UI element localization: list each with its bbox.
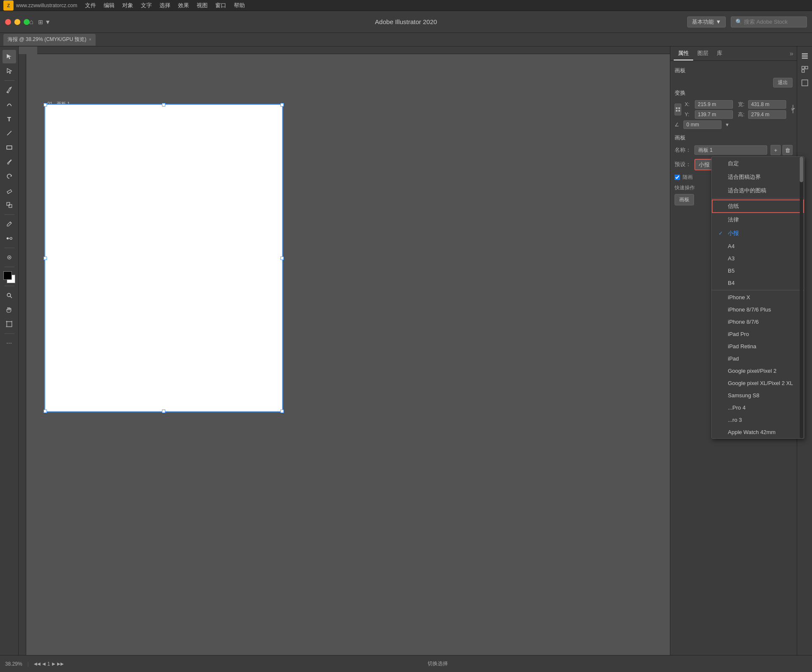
follow-artwork-checkbox[interactable] (675, 175, 680, 180)
direct-selection-tool[interactable] (3, 64, 16, 78)
angle-input[interactable] (683, 120, 721, 129)
artboard-handle-tl[interactable] (44, 103, 47, 107)
menu-effect[interactable]: 效果 (175, 1, 192, 10)
rectangle-tool[interactable] (3, 141, 16, 154)
workspace-selector[interactable]: 基本功能 ▼ (687, 16, 726, 27)
artboard-handle-top[interactable] (162, 103, 165, 107)
exit-button[interactable]: 退出 (773, 78, 793, 87)
prev-artboard-button[interactable]: ◀◀ (34, 661, 41, 666)
dropdown-item-custom[interactable]: 自定 (712, 157, 804, 170)
hand-tool[interactable] (3, 303, 16, 317)
adobe-stock-search[interactable]: 🔍 搜索 Adobe Stock (731, 16, 807, 27)
menu-view[interactable]: 视图 (193, 1, 211, 10)
curvature-tool[interactable] (3, 98, 16, 111)
symbol-sprayer-tool[interactable] (3, 251, 16, 264)
dropdown-item-surface-pro3[interactable]: ...ro 3 (712, 414, 804, 426)
selection-tool[interactable] (3, 50, 16, 63)
artboard-handle-br[interactable] (280, 410, 284, 413)
panel-toggle-3[interactable] (799, 77, 811, 89)
dropdown-item-ipad-retina[interactable]: iPad Retina (712, 340, 804, 352)
dropdown-item-b5[interactable]: B5 (712, 265, 804, 277)
svg-point-7 (10, 238, 12, 240)
delete-artboard-button[interactable]: 🗑 (782, 145, 793, 155)
tab-library[interactable]: 库 (713, 47, 727, 60)
panel-toggle-2[interactable] (799, 63, 811, 75)
menu-object[interactable]: 对象 (119, 1, 137, 10)
menu-edit[interactable]: 编辑 (100, 1, 118, 10)
dropdown-item-ipad[interactable]: iPad (712, 352, 804, 365)
toolbar-separator-3 (4, 248, 14, 248)
foreground-color[interactable] (3, 271, 12, 280)
rotate-tool[interactable] (3, 169, 16, 183)
artboard-handle-bottom[interactable] (162, 410, 165, 413)
color-picker[interactable] (3, 271, 15, 283)
tab-layers[interactable]: 图层 (693, 47, 713, 60)
dropdown-item-letter[interactable]: 信纸 (712, 199, 804, 213)
dropdown-item-tabloid[interactable]: ✓ 小报 (712, 227, 804, 240)
dropdown-item-fit-selected[interactable]: 适合选中的图稿 (712, 184, 804, 197)
zoom-tool[interactable] (3, 289, 16, 302)
menu-select[interactable]: 选择 (156, 1, 174, 10)
home-button[interactable]: ⌂ (25, 16, 37, 28)
preset-dropdown-menu[interactable]: 自定 适合图稿边界 适合选中的图稿 信纸 (711, 156, 804, 439)
dropdown-scrollbar-thumb[interactable] (800, 157, 803, 182)
x-input[interactable] (695, 100, 733, 109)
add-artboard-button[interactable]: + (771, 145, 781, 155)
tab-close-button[interactable]: × (89, 37, 91, 42)
transform-link-icon[interactable] (675, 104, 681, 115)
eyedropper-tool[interactable] (3, 217, 16, 231)
dropdown-item-a4[interactable]: A4 (712, 240, 804, 252)
dropdown-item-ipad-pro[interactable]: iPad Pro (712, 328, 804, 340)
menu-text[interactable]: 文字 (137, 1, 155, 10)
panel-toggle-1[interactable] (799, 50, 811, 62)
dropdown-item-a3[interactable]: A3 (712, 252, 804, 265)
dropdown-item-google-pixel2[interactable]: Google pixel/Pixel 2 (712, 365, 804, 377)
dropdown-item-fit-art[interactable]: 适合图稿边界 (712, 170, 804, 184)
angle-label: ∠ (675, 122, 679, 128)
artboard-handle-tr[interactable] (280, 103, 284, 107)
dropdown-item-samsung-s8[interactable]: Samsung S8 (712, 389, 804, 402)
type-tool[interactable]: T (3, 112, 16, 126)
next-page-button[interactable]: ▶ (52, 661, 55, 666)
width-input[interactable] (748, 100, 786, 109)
dropdown-item-label: 适合选中的图稿 (728, 187, 766, 194)
dropdown-item-iphone876[interactable]: iPhone 8/7/6 (712, 316, 804, 328)
artboard-quick-button[interactable]: 画板 (675, 194, 694, 205)
dropdown-item-surface-pro4[interactable]: ...Pro 4 (712, 402, 804, 414)
line-tool[interactable] (3, 126, 16, 140)
dropdown-item-iphone876p[interactable]: iPhone 8/7/6 Plus (712, 303, 804, 316)
layout-selector[interactable]: ⊞ ▼ (38, 19, 51, 25)
constrain-proportions-icon[interactable] (790, 103, 796, 116)
dropdown-item-apple-watch[interactable]: Apple Watch 42mm (712, 426, 804, 438)
menu-help[interactable]: 帮助 (230, 1, 248, 10)
blend-tool[interactable] (3, 232, 16, 245)
svg-rect-19 (676, 110, 678, 112)
y-input[interactable] (695, 110, 733, 119)
dropdown-item-iphone-x[interactable]: iPhone X (712, 291, 804, 303)
dropdown-item-b4[interactable]: B4 (712, 277, 804, 289)
eraser-tool[interactable] (3, 184, 16, 197)
pen-tool[interactable] (3, 83, 16, 97)
artboard-tool[interactable] (3, 317, 16, 331)
dropdown-item-legal[interactable]: 法律 (712, 213, 804, 227)
document-tab[interactable]: 海报 @ 38.29% (CMYK/GPU 预览) × (3, 34, 96, 46)
next-artboard-button[interactable]: ▶▶ (57, 661, 64, 666)
panel-tabs-more[interactable]: » (790, 50, 793, 57)
menu-file[interactable]: 文件 (82, 1, 99, 10)
close-window-button[interactable] (5, 19, 11, 25)
menu-window[interactable]: 窗口 (212, 1, 230, 10)
tab-properties[interactable]: 属性 (674, 47, 693, 60)
artboard-handle-bl[interactable] (44, 410, 47, 413)
svg-rect-18 (678, 107, 680, 109)
artboard[interactable] (45, 105, 282, 411)
artboard-handle-left[interactable] (44, 257, 47, 260)
more-tools[interactable]: ··· (3, 336, 16, 350)
scale-tool[interactable] (3, 198, 16, 212)
dropdown-item-google-pixel2xl[interactable]: Google pixel XL/Pixel 2 XL (712, 377, 804, 389)
height-input[interactable] (748, 110, 786, 119)
artboard-handle-right[interactable] (280, 257, 284, 260)
artboard-name-input[interactable] (694, 145, 767, 155)
prev-page-button[interactable]: ◀ (42, 661, 46, 666)
paintbrush-tool[interactable] (3, 155, 16, 169)
minimize-window-button[interactable] (14, 19, 20, 25)
